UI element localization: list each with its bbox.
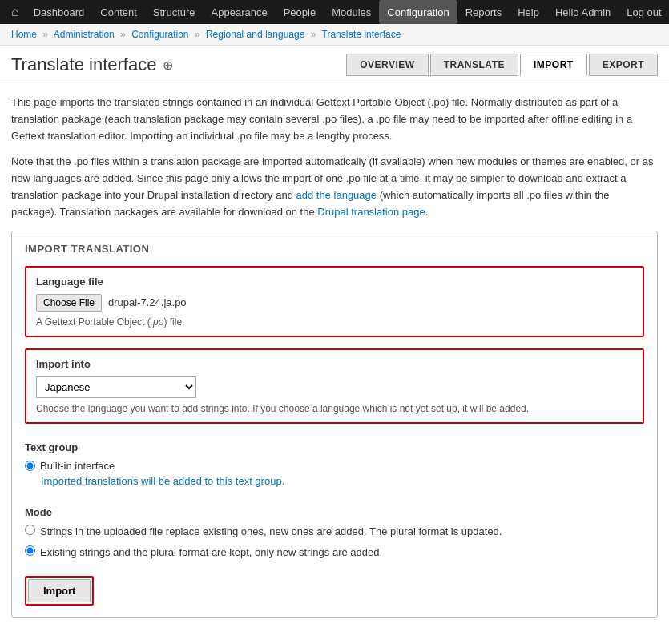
breadcrumb-regional[interactable]: Regional and language: [206, 29, 304, 40]
import-into-section: Import into Japanese English Choose the …: [25, 348, 644, 424]
home-icon[interactable]: ⌂: [5, 0, 26, 24]
nav-modules[interactable]: Modules: [324, 0, 379, 24]
description-para2: Note that the .po files within a transla…: [11, 154, 658, 220]
nav-structure[interactable]: Structure: [145, 0, 204, 24]
page-title: Translate interface ⊕: [11, 54, 173, 75]
mode-option1-row: Strings in the uploaded file replace exi…: [25, 525, 644, 539]
tab-translate[interactable]: TRANSLATE: [430, 54, 518, 76]
text-group-radio-label: Built-in interface: [40, 460, 115, 472]
nav-configuration[interactable]: Configuration: [379, 0, 457, 24]
breadcrumb-sep-2: »: [120, 29, 126, 40]
tab-overview[interactable]: OVERVIEW: [346, 54, 428, 76]
nav-appearance[interactable]: Appearance: [204, 0, 276, 24]
text-group-radio[interactable]: [25, 461, 35, 471]
breadcrumb-home[interactable]: Home: [11, 29, 37, 40]
text-group-label: Text group: [25, 441, 644, 453]
text-group-hint: Imported translations will be added to t…: [25, 475, 644, 487]
drupal-translation-link[interactable]: Drupal translation page: [317, 206, 425, 218]
text-group-section: Text group Built-in interface Imported t…: [25, 435, 644, 493]
import-box-title: IMPORT TRANSLATION: [25, 243, 644, 255]
nav-logout[interactable]: Log out: [619, 0, 669, 24]
add-icon[interactable]: ⊕: [163, 58, 173, 73]
language-file-hint: A Gettext Portable Object (.po) file.: [36, 316, 633, 328]
mode-option2-text: Existing strings and the plural format a…: [40, 545, 382, 560]
breadcrumb-translate[interactable]: Translate interface: [322, 29, 401, 40]
top-navigation: ⌂ Dashboard Content Structure Appearance…: [0, 0, 669, 24]
main-content: This page imports the translated strings…: [0, 83, 669, 629]
desc-para2-suffix: .: [425, 206, 429, 218]
tab-export[interactable]: EXPORT: [589, 54, 658, 76]
import-translation-box: IMPORT TRANSLATION Language file Choose …: [11, 231, 658, 618]
nav-people[interactable]: People: [276, 0, 324, 24]
page-title-text: Translate interface: [11, 54, 156, 75]
nav-items: Dashboard Content Structure Appearance P…: [26, 0, 547, 24]
language-file-label: Language file: [36, 276, 633, 288]
import-button[interactable]: Import: [28, 579, 91, 602]
mode-option1-text: Strings in the uploaded file replace exi…: [40, 525, 502, 539]
breadcrumb-configuration[interactable]: Configuration: [131, 29, 188, 40]
mode-section: Mode Strings in the uploaded file replac…: [25, 506, 644, 560]
description-para1: This page imports the translated strings…: [11, 95, 658, 144]
tab-import[interactable]: IMPORT: [520, 54, 587, 76]
import-button-wrapper: Import: [25, 576, 94, 606]
nav-hello-admin[interactable]: Hello Admin: [547, 0, 619, 24]
nav-right: Hello Admin Log out ▶: [547, 0, 669, 24]
desc-para1-text: This page imports the translated strings…: [11, 96, 632, 142]
nav-reports[interactable]: Reports: [457, 0, 510, 24]
nav-help[interactable]: Help: [510, 0, 547, 24]
tab-bar: OVERVIEW TRANSLATE IMPORT EXPORT: [346, 54, 658, 76]
add-language-link[interactable]: add the language: [296, 189, 377, 201]
import-into-hint: Choose the language you want to add stri…: [36, 403, 633, 414]
mode-label: Mode: [25, 506, 644, 518]
mode-option2-row: Existing strings and the plural format a…: [25, 545, 644, 560]
file-name-display: drupal-7.24.ja.po: [108, 296, 187, 308]
mode-radio-option2[interactable]: [25, 545, 35, 556]
breadcrumb-sep-1: »: [42, 29, 48, 40]
language-select[interactable]: Japanese English: [36, 376, 196, 398]
page-header: Translate interface ⊕ OVERVIEW TRANSLATE…: [0, 46, 669, 83]
language-file-section: Language file Choose File drupal-7.24.ja…: [25, 266, 644, 337]
breadcrumb-sep-3: »: [195, 29, 200, 40]
nav-content[interactable]: Content: [92, 0, 145, 24]
choose-file-button[interactable]: Choose File: [36, 294, 102, 312]
mode-radio-option1[interactable]: [25, 525, 35, 535]
file-input-row: Choose File drupal-7.24.ja.po: [36, 294, 633, 312]
text-group-radio-row: Built-in interface: [25, 460, 644, 472]
nav-dashboard[interactable]: Dashboard: [26, 0, 93, 24]
import-into-label: Import into: [36, 358, 633, 370]
breadcrumb: Home » Administration » Configuration » …: [0, 24, 669, 46]
breadcrumb-administration[interactable]: Administration: [54, 29, 115, 40]
breadcrumb-sep-4: »: [311, 29, 316, 40]
